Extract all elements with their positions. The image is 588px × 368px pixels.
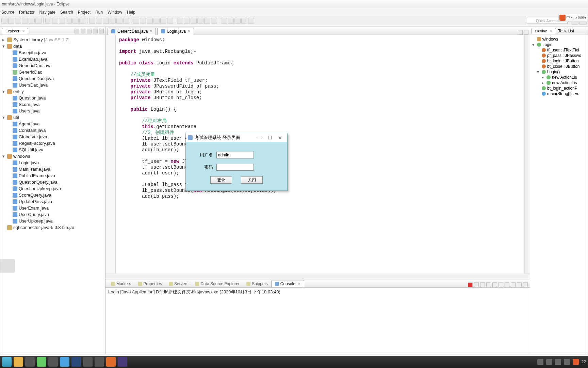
toolbar-button[interactable]: [197, 18, 203, 24]
menu-item-run[interactable]: Run: [95, 10, 103, 15]
ie-icon[interactable]: [60, 357, 69, 367]
outline-item[interactable]: ▸new ActionLis: [532, 75, 586, 80]
minimize-bottom-icon[interactable]: [517, 282, 522, 287]
toolbar-button[interactable]: [147, 18, 153, 24]
menu-item-source[interactable]: Source: [1, 10, 14, 15]
close-icon[interactable]: ×: [550, 29, 552, 33]
toolbar-button[interactable]: [153, 18, 160, 24]
tree-item[interactable]: QuestionQuery.java: [1, 179, 104, 185]
task-icon[interactable]: [95, 357, 104, 367]
tasklist-tab[interactable]: Task List: [556, 28, 576, 34]
toolbar-button[interactable]: [15, 18, 21, 24]
volume-icon[interactable]: [555, 359, 561, 365]
outline-tab[interactable]: Outline ×: [532, 28, 556, 34]
start-button[interactable]: [2, 357, 12, 367]
network-icon[interactable]: [564, 359, 570, 365]
explorer-tab[interactable]: Explorer ×: [2, 28, 28, 34]
maximize-view-icon[interactable]: [99, 29, 104, 33]
remove-launch-icon[interactable]: [474, 282, 479, 287]
toolbar-button[interactable]: [123, 18, 129, 24]
outline-item[interactable]: ▾Login: [532, 42, 586, 47]
user-input[interactable]: [216, 152, 254, 158]
clear-console-icon[interactable]: [486, 282, 491, 287]
toolbar-button[interactable]: [72, 18, 79, 24]
task-icon[interactable]: [48, 357, 58, 367]
code-area[interactable]: package windows; import java.awt.Rectang…: [116, 35, 524, 274]
toolbar-button[interactable]: [103, 18, 109, 24]
toolbar-button[interactable]: [177, 18, 183, 24]
terminate-icon[interactable]: [468, 282, 473, 287]
menu-item-refactor[interactable]: Refactor: [19, 10, 34, 15]
tree-item[interactable]: Login.java: [1, 159, 104, 166]
tree-item[interactable]: ▾entity: [1, 88, 104, 95]
tree-item[interactable]: Basejdbc.java: [1, 49, 104, 56]
tray-icon[interactable]: [537, 359, 543, 365]
bottom-tab-data-source-explorer[interactable]: Data Source Explorer: [192, 280, 243, 287]
tree-item[interactable]: Constant.java: [1, 127, 104, 134]
collapse-all-icon[interactable]: [75, 29, 79, 33]
sogou-icon[interactable]: [573, 359, 579, 365]
toolbar-button[interactable]: [116, 18, 122, 24]
tree-item[interactable]: ▾util: [1, 114, 104, 121]
toolbar-button[interactable]: [248, 18, 254, 24]
horizontal-scrollbar[interactable]: [105, 274, 530, 279]
toolbar-button[interactable]: [211, 18, 217, 24]
scroll-lock-icon[interactable]: [492, 282, 497, 287]
close-icon[interactable]: ×: [188, 29, 190, 34]
toolbar-button[interactable]: [87, 18, 87, 24]
toolbar-button[interactable]: [219, 18, 219, 24]
ime-char[interactable]: ⌨: [578, 15, 584, 20]
tree-item[interactable]: QuestionDao.java: [1, 75, 104, 82]
toolbar-button[interactable]: [59, 18, 65, 24]
ime-char[interactable]: ▾: [584, 15, 586, 20]
outline-item[interactable]: ▾Login(): [532, 69, 586, 75]
firefox-icon[interactable]: [106, 357, 116, 367]
outline-item[interactable]: ▸new ActionLis: [532, 80, 586, 86]
ime-char[interactable]: ♪: [575, 15, 577, 20]
toolbar-button[interactable]: [8, 18, 14, 24]
tree-item[interactable]: QuestionUpkeep.java: [1, 185, 104, 192]
link-editor-icon[interactable]: [81, 29, 85, 33]
pass-input[interactable]: [216, 164, 254, 171]
toolbar-button[interactable]: [52, 18, 58, 24]
bottom-tab-servers[interactable]: Servers: [165, 280, 192, 287]
close-icon[interactable]: ×: [22, 29, 24, 33]
toolbar-button[interactable]: [43, 18, 44, 24]
outline-item[interactable]: main(String[]) : vo: [532, 91, 586, 96]
vertical-scrollbar[interactable]: [524, 35, 530, 274]
toolbar-button[interactable]: [110, 18, 116, 24]
console-output[interactable]: Login [Java Application] D:\jdk\新建文件夹\bi…: [105, 288, 530, 354]
outline-item[interactable]: windows: [532, 36, 586, 42]
outline-item[interactable]: tf_user : JTextFiel: [532, 47, 586, 53]
toolbar-button[interactable]: [35, 18, 42, 24]
display-selected-icon[interactable]: [505, 282, 509, 287]
toolbar-button[interactable]: [191, 18, 197, 24]
ime-char[interactable]: •: [571, 15, 572, 20]
close-icon[interactable]: ×: [298, 281, 300, 286]
task-icon[interactable]: [83, 357, 93, 367]
outline-item[interactable]: bt_login : JButton: [532, 58, 586, 64]
toolbar-button[interactable]: [89, 18, 95, 24]
toolbar-button[interactable]: [133, 18, 139, 24]
toolbar-button[interactable]: [167, 18, 173, 24]
tree-item[interactable]: UserUpkeep.java: [1, 218, 104, 224]
toolbar-button[interactable]: [234, 18, 241, 24]
outline-item[interactable]: pf_pass : JPasswo: [532, 53, 586, 58]
bottom-tab-markers[interactable]: Markers: [108, 280, 134, 287]
tree-item[interactable]: RegistFactory.java: [1, 140, 104, 147]
toolbar-button[interactable]: [79, 18, 85, 24]
tree-item[interactable]: Agent.java: [1, 121, 104, 127]
eclipse-icon[interactable]: [118, 357, 127, 367]
close-button[interactable]: ✕: [275, 135, 285, 140]
toolbar-button[interactable]: [184, 18, 190, 24]
toolbar-button[interactable]: [241, 18, 247, 24]
outline-item[interactable]: bt_close : JButton: [532, 64, 586, 69]
tree-item[interactable]: UsersDao.java: [1, 82, 104, 88]
toolbar-button[interactable]: [1, 18, 7, 24]
toolbar-button[interactable]: [221, 18, 227, 24]
sogou-icon[interactable]: [559, 15, 566, 21]
tree-item[interactable]: UpdatePass.java: [1, 198, 104, 205]
remove-all-icon[interactable]: [480, 282, 485, 287]
file-explorer-icon[interactable]: [14, 357, 23, 367]
tree-item[interactable]: PublicJFrame.java: [1, 172, 104, 179]
